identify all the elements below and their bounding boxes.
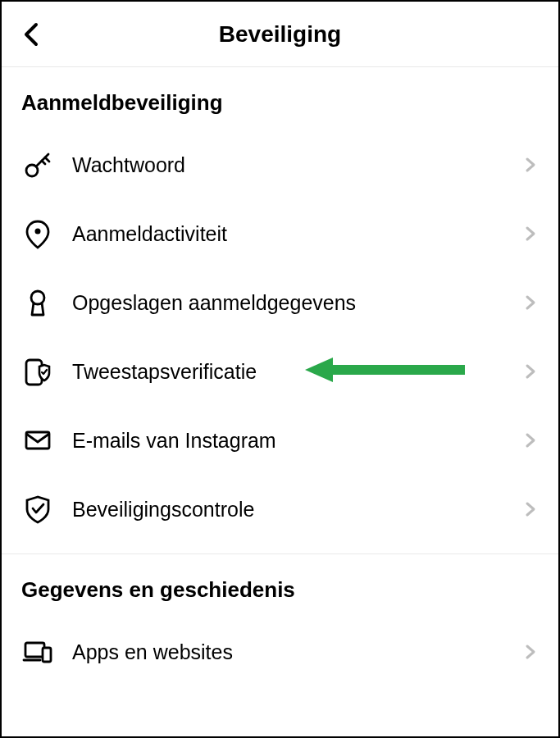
list-item-label: E-mails van Instagram — [72, 429, 522, 453]
key-icon — [21, 148, 54, 181]
back-button[interactable] — [18, 21, 44, 48]
list-item-label: Beveiligingscontrole — [72, 498, 522, 522]
list-item-label: Aanmeldactiviteit — [72, 222, 522, 246]
list-item-label: Apps en websites — [72, 640, 522, 664]
svg-point-4 — [35, 229, 41, 235]
svg-rect-9 — [26, 432, 49, 449]
list-item-two-factor[interactable]: Tweestapsverificatie — [2, 337, 558, 406]
svg-line-3 — [42, 161, 45, 164]
keyhole-icon — [21, 286, 54, 319]
page-title: Beveiliging — [18, 21, 542, 48]
chevron-right-icon — [522, 226, 539, 242]
list-item-emails[interactable]: E-mails van Instagram — [2, 406, 558, 475]
svg-line-2 — [45, 157, 49, 162]
chevron-right-icon — [522, 644, 539, 660]
svg-point-5 — [31, 291, 44, 304]
chevron-left-icon — [23, 21, 39, 48]
devices-icon — [21, 636, 54, 668]
list-item-apps-websites[interactable]: Apps en websites — [2, 617, 558, 686]
section-header-login-security: Aanmeldbeveiliging — [2, 67, 558, 130]
chevron-right-icon — [522, 363, 539, 380]
list-item-security-checkup[interactable]: Beveiligingscontrole — [2, 475, 558, 544]
header: Beveiliging — [2, 2, 558, 67]
mail-icon — [21, 424, 54, 457]
list-item-label: Wachtwoord — [72, 153, 522, 177]
svg-rect-12 — [43, 648, 51, 662]
location-pin-icon — [21, 217, 54, 250]
svg-rect-10 — [25, 643, 44, 657]
chevron-right-icon — [522, 294, 539, 311]
chevron-right-icon — [522, 432, 539, 449]
list-item-login-activity[interactable]: Aanmeldactiviteit — [2, 199, 558, 268]
two-factor-icon — [21, 355, 54, 388]
chevron-right-icon — [522, 501, 539, 517]
chevron-right-icon — [522, 157, 539, 173]
list-item-saved-login[interactable]: Opgeslagen aanmeldgegevens — [2, 268, 558, 337]
list-item-password[interactable]: Wachtwoord — [2, 130, 558, 199]
shield-check-icon — [21, 493, 54, 526]
list-item-label: Opgeslagen aanmeldgegevens — [72, 291, 522, 315]
section-header-data-history: Gegevens en geschiedenis — [2, 554, 558, 617]
list-item-label: Tweestapsverificatie — [72, 360, 522, 384]
